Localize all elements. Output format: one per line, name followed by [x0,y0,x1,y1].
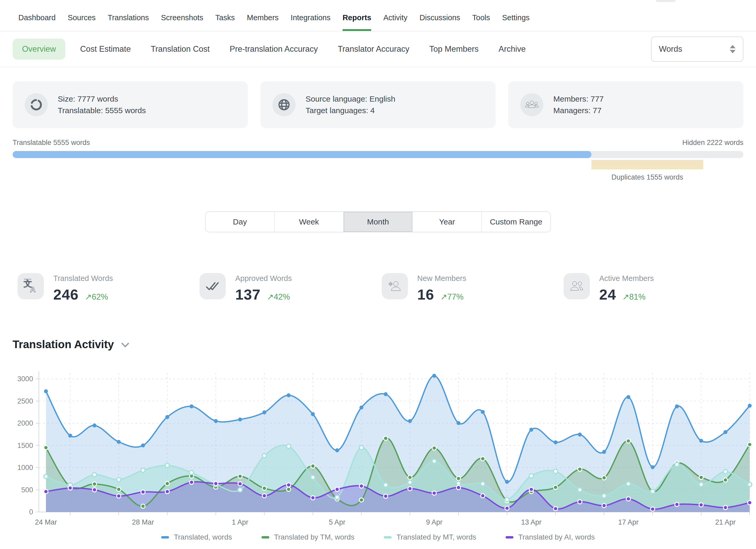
translatable-label: Translatable 5555 words [13,139,90,147]
tab-translation-cost[interactable]: Translation Cost [151,44,210,54]
words-progress: Translatable 5555 words Hidden 2222 word… [13,139,743,183]
nav-item-settings[interactable]: Settings [502,0,530,31]
legend-swatch-tm [261,536,269,538]
active-members-stat: Active Members 24 ↗81% [564,273,745,303]
stat-delta: ↗62% [85,292,108,302]
legend-translated[interactable]: Translated, words [161,533,232,541]
stat-value: 137 [235,286,260,303]
svg-text:24 Mar: 24 Mar [35,518,57,526]
globe-icon [272,93,296,116]
stat-delta: ↗42% [267,292,290,302]
svg-text:3000: 3000 [17,375,33,383]
chevron-down-icon[interactable] [121,338,130,351]
source-language: Source language: English [306,93,395,105]
nav-item-reports[interactable]: Reports [343,0,371,31]
stat-value: 24 [599,286,616,303]
legend-translated-ai[interactable]: Translated by AI, words [506,533,595,541]
legend-translated-mt[interactable]: Translated by MT, words [384,533,476,541]
tab-overview[interactable]: Overview [13,39,65,60]
svg-text:A: A [30,285,36,294]
stat-value: 16 [417,286,434,303]
project-size: Size: 7777 words [58,93,146,105]
donut-chart-icon [25,93,48,116]
hidden-label: Hidden 2222 words [682,139,743,147]
double-check-icon [199,273,226,299]
tab-pretranslation-accuracy[interactable]: Pre-translation Accuracy [230,44,318,54]
legend-label: Translated by AI, words [518,533,595,541]
range-week-button[interactable]: Week [274,212,343,232]
svg-text:9 Apr: 9 Apr [426,518,443,526]
svg-text:21 Apr: 21 Apr [715,518,736,526]
nav-item-dashboard[interactable]: Dashboard [18,0,56,31]
translate-icon: 文 A [18,273,44,299]
unit-select[interactable]: Words [651,36,743,62]
stat-delta: ↗81% [622,292,645,302]
nav-item-integrations[interactable]: Integrations [291,0,330,31]
legend-translated-tm[interactable]: Translated by TM, words [261,533,355,541]
tab-translator-accuracy[interactable]: Translator Accuracy [338,44,409,54]
activity-chart: 05001000150020002500300024 Mar28 Mar1 Ap… [0,366,756,549]
nav-item-members[interactable]: Members [247,0,279,31]
unit-select-value: Words [659,44,682,54]
stat-value: 246 [53,286,78,303]
person-add-icon [382,273,408,299]
range-year-button[interactable]: Year [412,212,481,232]
translated-words-stat: 文 A Translated Words 246 ↗62% [18,273,199,303]
svg-text:500: 500 [21,486,33,494]
stat-label: Approved Words [235,274,292,283]
reports-page: Dashboard Sources Translations Screensho… [0,0,756,549]
svg-text:1 Apr: 1 Apr [232,518,248,526]
svg-text:13 Apr: 13 Apr [521,518,542,526]
nav-item-tasks[interactable]: Tasks [215,0,235,31]
language-card: Source language: English Target language… [260,81,496,128]
legend-swatch-ai [506,536,513,538]
stat-label: Translated Words [53,274,113,283]
nav-item-discussions[interactable]: Discussions [419,0,460,31]
top-navigation: Dashboard Sources Translations Screensho… [0,0,756,32]
nav-item-tools[interactable]: Tools [472,0,490,31]
svg-text:1000: 1000 [17,464,33,472]
stat-label: New Members [417,274,466,283]
svg-text:0: 0 [29,508,33,516]
svg-text:1500: 1500 [17,442,33,449]
legend-swatch-mt [384,536,392,538]
nav-item-activity[interactable]: Activity [383,0,407,31]
project-info-cards: Size: 7777 words Translatable: 5555 word… [13,81,743,128]
svg-text:2500: 2500 [17,397,33,405]
tab-cost-estimate[interactable]: Cost Estimate [80,44,131,54]
range-day-button[interactable]: Day [206,212,274,232]
svg-text:2000: 2000 [17,419,33,427]
nav-item-translations[interactable]: Translations [108,0,149,31]
project-translatable: Translatable: 5555 words [58,105,146,116]
translatable-bar-segment [13,151,591,158]
stat-tiles: 文 A Translated Words 246 ↗62% Approved W… [18,273,745,303]
svg-text:17 Apr: 17 Apr [618,518,639,526]
members-card: Members: 777 Managers: 77 [508,81,743,128]
nav-item-sources[interactable]: Sources [68,0,96,31]
members-icon [520,93,543,116]
legend-label: Translated by TM, words [274,533,355,541]
svg-text:28 Mar: 28 Mar [132,518,154,526]
people-icon [564,273,590,299]
stat-label: Active Members [599,274,654,283]
svg-text:5 Apr: 5 Apr [329,518,345,526]
chart-legend: Translated, words Translated by TM, word… [0,533,756,541]
duplicates-bar-segment [591,160,703,169]
select-caret-icon [730,45,736,53]
size-card: Size: 7777 words Translatable: 5555 word… [13,81,248,128]
members-count: Members: 777 [553,93,604,105]
target-languages: Target languages: 4 [306,105,395,116]
words-progress-bar [13,151,743,158]
range-custom-button[interactable]: Custom Range [481,212,550,232]
tab-top-members[interactable]: Top Members [429,44,479,54]
managers-count: Managers: 77 [553,105,604,116]
date-range-control: Day Week Month Year Custom Range [205,211,551,232]
legend-label: Translated by MT, words [396,533,476,541]
section-title: Translation Activity [13,338,130,351]
range-month-button[interactable]: Month [343,212,412,232]
approved-words-stat: Approved Words 137 ↗42% [199,273,381,303]
new-members-stat: New Members 16 ↗77% [382,273,564,303]
tab-archive[interactable]: Archive [498,44,526,54]
stat-delta: ↗77% [440,292,464,302]
nav-item-screenshots[interactable]: Screenshots [161,0,203,31]
